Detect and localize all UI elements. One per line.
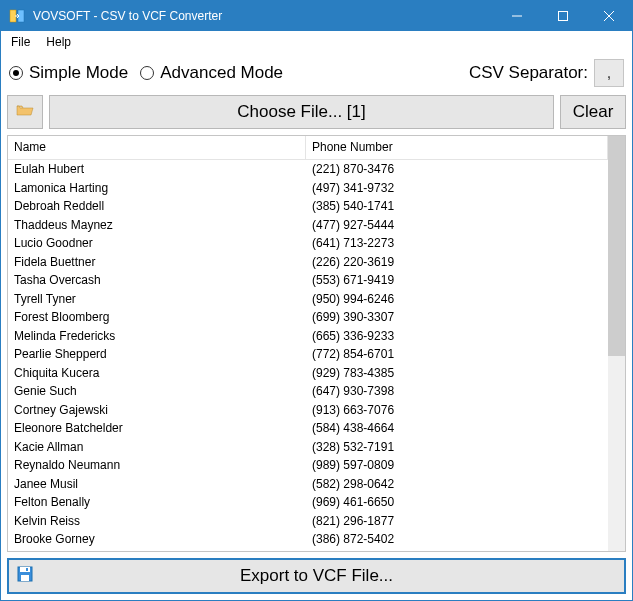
table-row[interactable]: Debroah Reddell(385) 540-1741 <box>8 197 608 216</box>
cell-phone: (221) 870-3476 <box>306 162 608 176</box>
cell-name: Brooke Gorney <box>8 532 306 546</box>
table-row[interactable]: Lucio Goodner(641) 713-2273 <box>8 234 608 253</box>
cell-phone: (641) 713-2273 <box>306 236 608 250</box>
cell-name: Pearlie Shepperd <box>8 347 306 361</box>
header-name[interactable]: Name <box>8 136 306 159</box>
header-phone[interactable]: Phone Number <box>306 136 608 159</box>
cell-name: Kelvin Reiss <box>8 514 306 528</box>
cell-phone: (226) 220-3619 <box>306 255 608 269</box>
table-row[interactable]: Melinda Fredericks(665) 336-9233 <box>8 327 608 346</box>
choose-file-button[interactable]: Choose File... [1] <box>49 95 554 129</box>
minimize-button[interactable] <box>494 1 540 31</box>
table-row[interactable]: Genie Such(647) 930-7398 <box>8 382 608 401</box>
table-row[interactable]: Brooke Gorney(386) 872-5402 <box>8 530 608 549</box>
cell-name: Forest Bloomberg <box>8 310 306 324</box>
clear-button[interactable]: Clear <box>560 95 626 129</box>
cell-phone: (969) 461-6650 <box>306 495 608 509</box>
app-window: VOVSOFT - CSV to VCF Converter File Help… <box>0 0 633 601</box>
cell-phone: (582) 298-0642 <box>306 477 608 491</box>
table-container: Name Phone Number Eulah Hubert(221) 870-… <box>7 135 626 552</box>
radio-advanced-mode[interactable]: Advanced Mode <box>140 63 283 83</box>
table-row[interactable]: Kacie Allman(328) 532-7191 <box>8 438 608 457</box>
open-file-icon-button[interactable] <box>7 95 43 129</box>
menubar: File Help <box>1 31 632 53</box>
table-row[interactable]: Felton Benally(969) 461-6650 <box>8 493 608 512</box>
cell-name: Eulah Hubert <box>8 162 306 176</box>
cell-name: Lucio Goodner <box>8 236 306 250</box>
cell-name: Chiquita Kucera <box>8 366 306 380</box>
svg-rect-9 <box>26 568 28 571</box>
cell-name: Janee Musil <box>8 477 306 491</box>
csv-separator-field[interactable]: , <box>594 59 624 87</box>
scrollbar-thumb[interactable] <box>608 136 625 356</box>
table-row[interactable]: Tyrell Tyner(950) 994-6246 <box>8 290 608 309</box>
cell-name: Kacie Allman <box>8 440 306 454</box>
cell-phone: (328) 532-7191 <box>306 440 608 454</box>
table-header: Name Phone Number <box>8 136 608 160</box>
table-row[interactable]: Reynaldo Neumann(989) 597-0809 <box>8 456 608 475</box>
table-row[interactable]: Kelvin Reiss(821) 296-1877 <box>8 512 608 531</box>
cell-phone: (950) 994-6246 <box>306 292 608 306</box>
cell-phone: (477) 927-5444 <box>306 218 608 232</box>
radio-icon <box>9 66 23 80</box>
cell-name: Tasha Overcash <box>8 273 306 287</box>
file-bar: Choose File... [1] Clear <box>1 95 632 135</box>
clear-label: Clear <box>573 102 614 122</box>
cell-phone: (385) 540-1741 <box>306 199 608 213</box>
table-row[interactable]: Pearlie Shepperd(772) 854-6701 <box>8 345 608 364</box>
table-area: Name Phone Number Eulah Hubert(221) 870-… <box>8 136 608 551</box>
cell-phone: (584) 438-4664 <box>306 421 608 435</box>
svg-rect-8 <box>21 575 29 581</box>
menu-file[interactable]: File <box>5 33 36 51</box>
table-row[interactable]: Thaddeus Maynez(477) 927-5444 <box>8 216 608 235</box>
export-label: Export to VCF File... <box>9 566 624 586</box>
cell-name: Debroah Reddell <box>8 199 306 213</box>
folder-open-icon <box>16 102 34 122</box>
cell-phone: (647) 930-7398 <box>306 384 608 398</box>
cell-phone: (929) 783-4385 <box>306 366 608 380</box>
cell-name: Lamonica Harting <box>8 181 306 195</box>
cell-phone: (913) 663-7076 <box>306 403 608 417</box>
table-row[interactable]: Cortney Gajewski(913) 663-7076 <box>8 401 608 420</box>
csv-separator-label: CSV Separator: <box>469 63 588 83</box>
export-button[interactable]: Export to VCF File... <box>7 558 626 594</box>
vertical-scrollbar[interactable] <box>608 136 625 551</box>
menu-help[interactable]: Help <box>40 33 77 51</box>
svg-rect-3 <box>559 12 568 21</box>
titlebar[interactable]: VOVSOFT - CSV to VCF Converter <box>1 1 632 31</box>
table-row[interactable]: Fidela Buettner(226) 220-3619 <box>8 253 608 272</box>
cell-phone: (821) 296-1877 <box>306 514 608 528</box>
cell-name: Tyrell Tyner <box>8 292 306 306</box>
cell-phone: (989) 597-0809 <box>306 458 608 472</box>
cell-name: Genie Such <box>8 384 306 398</box>
close-button[interactable] <box>586 1 632 31</box>
cell-name: Eleonore Batchelder <box>8 421 306 435</box>
table-row[interactable]: Eulah Hubert(221) 870-3476 <box>8 160 608 179</box>
radio-icon <box>140 66 154 80</box>
table-row[interactable]: Janee Musil(582) 298-0642 <box>8 475 608 494</box>
app-icon <box>9 8 25 24</box>
table-row[interactable]: Tasha Overcash(553) 671-9419 <box>8 271 608 290</box>
radio-label: Simple Mode <box>29 63 128 83</box>
window-title: VOVSOFT - CSV to VCF Converter <box>33 9 494 23</box>
cell-name: Reynaldo Neumann <box>8 458 306 472</box>
cell-phone: (772) 854-6701 <box>306 347 608 361</box>
radio-simple-mode[interactable]: Simple Mode <box>9 63 128 83</box>
table-row[interactable]: Chiquita Kucera(929) 783-4385 <box>8 364 608 383</box>
table-row[interactable]: Forest Bloomberg(699) 390-3307 <box>8 308 608 327</box>
maximize-button[interactable] <box>540 1 586 31</box>
cell-phone: (553) 671-9419 <box>306 273 608 287</box>
mode-radiogroup: Simple Mode Advanced Mode <box>9 63 283 83</box>
cell-name: Fidela Buettner <box>8 255 306 269</box>
cell-phone: (386) 872-5402 <box>306 532 608 546</box>
choose-file-label: Choose File... [1] <box>237 102 366 122</box>
cell-phone: (497) 341-9732 <box>306 181 608 195</box>
svg-rect-7 <box>20 567 30 572</box>
table-row[interactable]: Lamonica Harting(497) 341-9732 <box>8 179 608 198</box>
cell-name: Melinda Fredericks <box>8 329 306 343</box>
cell-name: Felton Benally <box>8 495 306 509</box>
export-bar: Export to VCF File... <box>1 552 632 600</box>
cell-phone: (665) 336-9233 <box>306 329 608 343</box>
mode-bar: Simple Mode Advanced Mode CSV Separator:… <box>1 53 632 95</box>
table-row[interactable]: Eleonore Batchelder(584) 438-4664 <box>8 419 608 438</box>
